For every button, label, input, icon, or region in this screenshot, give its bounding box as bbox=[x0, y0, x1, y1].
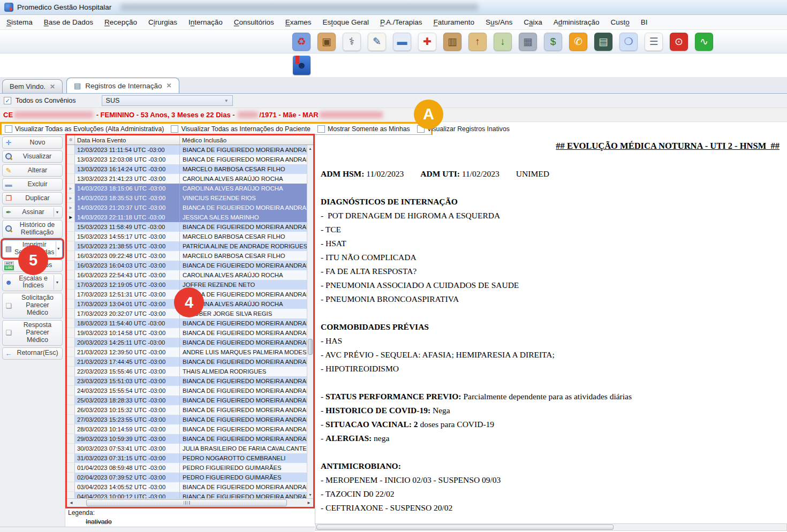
duplicar-button[interactable]: ❐Duplicar bbox=[2, 192, 63, 204]
table-row[interactable]: 31/03/2023 07:31:15 UTC -03:00PEDRO NOGA… bbox=[67, 453, 313, 463]
table-row[interactable]: 01/04/2023 08:59:48 UTC -03:00PEDRO FIGU… bbox=[67, 463, 313, 473]
agenda-icon[interactable]: ☻ bbox=[293, 56, 311, 75]
ledger-book-icon[interactable]: ▤ bbox=[594, 33, 612, 51]
agreement-select[interactable]: SUS ▼ bbox=[102, 95, 233, 106]
row-indicator[interactable] bbox=[67, 473, 75, 482]
row-indicator[interactable] bbox=[67, 434, 75, 444]
checkbox-checked-icon[interactable]: ✓ bbox=[4, 97, 11, 104]
table-row[interactable]: 13/03/2023 16:14:24 UTC -03:00MARCELO BA… bbox=[67, 164, 313, 174]
table-row[interactable]: 13/03/2023 21:41:23 UTC -03:00CAROLINA A… bbox=[67, 174, 313, 184]
row-indicator[interactable]: ▸ bbox=[67, 184, 75, 193]
row-indicator[interactable] bbox=[67, 424, 75, 434]
checkbox-unchecked-icon[interactable] bbox=[171, 125, 178, 133]
table-row[interactable]: ▸14/03/2023 18:35:53 UTC -03:00VINICIUS … bbox=[67, 193, 313, 203]
table-row[interactable]: 28/03/2023 10:14:59 UTC -03:00BIANCA DE … bbox=[67, 424, 313, 434]
table-row[interactable]: 16/03/2023 16:04:03 UTC -03:00BIANCA DE … bbox=[67, 261, 313, 270]
vitals-monitor-icon[interactable]: ∿ bbox=[695, 33, 713, 51]
menu-item-exames[interactable]: Exames bbox=[285, 18, 312, 26]
table-row[interactable]: 23/03/2023 15:51:03 UTC -03:00BIANCA DE … bbox=[67, 376, 313, 386]
row-indicator[interactable] bbox=[67, 492, 75, 498]
ambulance-icon[interactable]: ✚ bbox=[418, 33, 436, 51]
checkbox-unchecked-icon[interactable] bbox=[317, 125, 325, 133]
row-indicator[interactable] bbox=[67, 318, 75, 328]
row-indicator[interactable] bbox=[67, 386, 75, 396]
menu-item-sus-ans[interactable]: Sus/Ans bbox=[486, 18, 512, 26]
table-row[interactable]: 30/03/2023 07:53:41 UTC -03:00JULIA BRAS… bbox=[67, 444, 313, 453]
table-row[interactable]: 16/03/2023 22:54:43 UTC -03:00CAROLINA A… bbox=[67, 270, 313, 280]
chat-icon[interactable]: ❍ bbox=[619, 33, 638, 51]
document-horizontal-scrollbar[interactable] bbox=[315, 523, 787, 531]
row-indicator[interactable] bbox=[67, 232, 75, 241]
row-indicator[interactable] bbox=[67, 367, 75, 376]
row-indicator[interactable] bbox=[67, 251, 75, 261]
menu-item-sistema[interactable]: Sistema bbox=[6, 18, 33, 26]
table-row[interactable]: 21/03/2023 17:44:45 UTC -03:00BIANCA DE … bbox=[67, 357, 313, 367]
option-visualizar-todas-as-internacoes-do-paciente[interactable]: Visualizar Todas as Internações do Pacie… bbox=[171, 125, 311, 133]
row-indicator[interactable]: ▸ bbox=[67, 193, 75, 203]
table-row[interactable]: ▸14/03/2023 18:15:06 UTC -03:00CAROLINA … bbox=[67, 184, 313, 193]
document-scroll-thumb[interactable] bbox=[316, 525, 614, 530]
close-icon[interactable]: ✕ bbox=[50, 83, 55, 90]
row-indicator[interactable] bbox=[67, 290, 75, 299]
row-indicator[interactable] bbox=[67, 299, 75, 309]
menu-item-recepcao[interactable]: Recepção bbox=[104, 18, 137, 26]
menu-item-base-de-dados[interactable]: Base de Dados bbox=[44, 18, 93, 26]
patients-refresh-icon[interactable]: ♻ bbox=[292, 33, 311, 51]
horizontal-scroll-thumb[interactable] bbox=[86, 499, 287, 506]
visualizar-button[interactable]: Visualizar bbox=[2, 150, 63, 163]
row-indicator[interactable] bbox=[67, 164, 75, 174]
vertical-scrollbar[interactable]: ▲ ▼ bbox=[307, 145, 313, 498]
clinical-note-icon[interactable]: ✎ bbox=[368, 33, 386, 51]
row-indicator[interactable] bbox=[67, 444, 75, 453]
row-indicator[interactable] bbox=[67, 396, 75, 405]
row-indicator[interactable] bbox=[67, 309, 75, 318]
table-row[interactable]: 15/03/2023 21:38:55 UTC -03:00PATRÍCIA A… bbox=[67, 241, 313, 251]
historico-de-retificacao-button[interactable]: Histórico de Retificação bbox=[2, 220, 63, 238]
power-off-icon[interactable]: ⊙ bbox=[670, 33, 688, 51]
table-row[interactable]: 21/03/2023 12:39:50 UTC -03:00ANDRE LUIS… bbox=[67, 347, 313, 357]
asterisk-icon[interactable]: ✲ bbox=[67, 135, 75, 145]
table-row[interactable]: 22/03/2023 15:55:46 UTC -03:00THAIS ALME… bbox=[67, 367, 313, 376]
row-indicator[interactable] bbox=[67, 328, 75, 338]
doctor-icon[interactable]: ⚕ bbox=[343, 33, 361, 51]
solicitacao-parecer-medico-button[interactable]: ❏Solicitação Parecer Médico bbox=[2, 293, 63, 318]
column-header-datetime[interactable]: Data Hora Evento bbox=[75, 135, 180, 145]
row-indicator[interactable] bbox=[67, 463, 75, 473]
row-indicator[interactable] bbox=[67, 155, 75, 164]
table-row[interactable]: 18/03/2023 11:54:40 UTC -03:00BIANCA DE … bbox=[67, 318, 313, 328]
safe-icon[interactable]: ▦ bbox=[519, 33, 537, 51]
retornar-esc-button[interactable]: ←Retornar(Esc) bbox=[2, 347, 63, 360]
table-row[interactable]: ▸14/03/2023 22:11:18 UTC -03:00JESSICA S… bbox=[67, 212, 313, 222]
row-indicator[interactable] bbox=[67, 338, 75, 347]
row-indicator[interactable] bbox=[67, 241, 75, 251]
row-indicator[interactable] bbox=[67, 405, 75, 415]
row-indicator[interactable]: ▸ bbox=[67, 203, 75, 212]
row-indicator[interactable] bbox=[67, 174, 75, 184]
row-indicator[interactable] bbox=[67, 145, 75, 155]
menu-item-caixa[interactable]: Caixa bbox=[524, 18, 542, 26]
escalas-e-indices-button[interactable]: ☻Escalas e Índices▼ bbox=[2, 273, 63, 292]
resposta-parecer-medico-button[interactable]: ❏Resposta Parecer Médico bbox=[2, 320, 63, 346]
row-indicator[interactable] bbox=[67, 415, 75, 424]
option-mostrar-somente-as-minhas[interactable]: Mostrar Somente as Minhas bbox=[317, 125, 410, 133]
table-row[interactable]: 15/03/2023 11:58:49 UTC -03:00BIANCA DE … bbox=[67, 222, 313, 232]
scroll-left-icon[interactable]: ◄ bbox=[67, 499, 75, 507]
row-indicator[interactable] bbox=[67, 280, 75, 290]
chevron-down-icon[interactable]: ▼ bbox=[54, 275, 60, 290]
table-row[interactable]: 24/03/2023 15:55:54 UTC -03:00BIANCA DE … bbox=[67, 386, 313, 396]
menu-item-bi[interactable]: BI bbox=[641, 18, 648, 26]
table-row[interactable]: 27/03/2023 15:23:55 UTC -03:00BIANCA DE … bbox=[67, 415, 313, 424]
table-row[interactable]: 19/03/2023 10:14:58 UTC -03:00BIANCA DE … bbox=[67, 328, 313, 338]
stock-in-icon[interactable]: ↓ bbox=[494, 33, 512, 51]
column-header-doctor[interactable]: Médico Inclusão bbox=[180, 135, 313, 145]
row-indicator[interactable] bbox=[67, 376, 75, 386]
patient-folder-icon[interactable]: ▣ bbox=[317, 33, 336, 51]
assinar-button[interactable]: ✒Assinar▼ bbox=[2, 206, 63, 218]
row-indicator[interactable] bbox=[67, 453, 75, 463]
table-row[interactable]: 25/03/2023 18:28:33 UTC -03:00BIANCA DE … bbox=[67, 396, 313, 405]
menu-item-custo[interactable]: Custo bbox=[610, 18, 629, 26]
menu-item-consultorios[interactable]: Consultórios bbox=[234, 18, 274, 26]
checkbox-unchecked-icon[interactable] bbox=[5, 125, 12, 133]
row-indicator[interactable] bbox=[67, 357, 75, 367]
finance-chart-icon[interactable]: $ bbox=[544, 33, 562, 51]
